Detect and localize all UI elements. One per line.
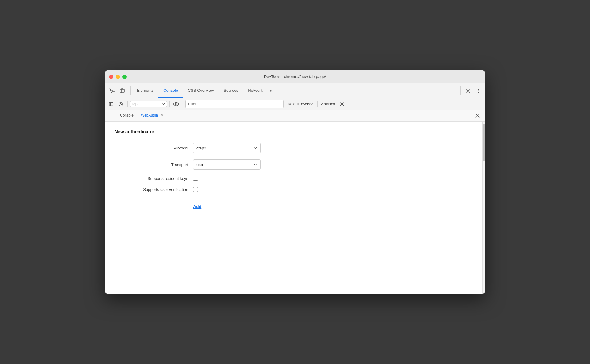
device-toggle-icon[interactable]	[118, 86, 127, 95]
hidden-count-badge: 2 hidden	[320, 101, 336, 107]
sub-tab-console[interactable]: Console	[116, 110, 137, 121]
protocol-select[interactable]: ctap2 u2f	[193, 143, 261, 153]
transport-label: Transport	[115, 162, 188, 167]
console-settings-icon[interactable]	[338, 100, 346, 108]
default-levels-button[interactable]: Default levels	[285, 101, 316, 107]
scroll-content: New authenticator Protocol ctap2 u2f	[105, 122, 482, 294]
levels-dropdown-icon	[310, 103, 313, 105]
inspect-icon[interactable]	[107, 86, 116, 95]
tab-css-overview[interactable]: CSS Overview	[183, 83, 219, 98]
window-title: DevTools - chrome://new-tab-page/	[264, 74, 326, 79]
filter-input[interactable]	[185, 100, 284, 108]
transport-select[interactable]: usb nfc ble internal	[193, 159, 261, 170]
sub-tab-right	[474, 112, 482, 120]
tabs-list: Elements Console CSS Overview Sources Ne…	[132, 83, 459, 98]
second-toolbar: top Default levels 2 hidd	[105, 98, 485, 110]
svg-point-5	[478, 92, 479, 93]
add-link[interactable]: Add	[193, 204, 201, 209]
close-x-icon	[475, 113, 480, 118]
toolbar-right	[460, 86, 483, 95]
svg-point-3	[478, 89, 479, 90]
svg-point-2	[467, 90, 469, 91]
add-container: Add	[115, 200, 472, 209]
scroll-wrapper: New authenticator Protocol ctap2 u2f	[105, 122, 485, 294]
transport-row: Transport usb nfc ble internal	[115, 159, 472, 170]
sub-tab-webauthn[interactable]: WebAuthn ×	[137, 110, 168, 121]
tab-elements[interactable]: Elements	[132, 83, 158, 98]
toolbar-divider-4	[317, 101, 318, 107]
content-area: ⋮ Console WebAuthn ×	[105, 110, 485, 294]
resident-keys-checkbox[interactable]	[193, 176, 198, 181]
sidebar-toggle-icon[interactable]	[107, 100, 115, 108]
toolbar-divider-3	[183, 101, 183, 107]
eye-icon[interactable]	[172, 100, 180, 108]
toolbar-divider-1	[127, 101, 128, 107]
protocol-row: Protocol ctap2 u2f	[115, 143, 472, 153]
title-bar: DevTools - chrome://new-tab-page/	[105, 70, 485, 83]
svg-point-4	[478, 90, 479, 91]
svg-rect-6	[109, 102, 113, 106]
resident-keys-label: Supports resident keys	[115, 176, 188, 181]
scrollbar-thumb[interactable]	[483, 124, 485, 161]
form-area: Protocol ctap2 u2f Transport usb	[115, 143, 472, 209]
sub-tab-bar: ⋮ Console WebAuthn ×	[105, 110, 485, 122]
tab-sources[interactable]: Sources	[219, 83, 243, 98]
svg-rect-0	[120, 89, 124, 92]
toolbar-divider-2	[169, 101, 170, 107]
minimize-button[interactable]	[116, 75, 120, 79]
user-verification-row: Supports user verification	[115, 187, 472, 192]
protocol-label: Protocol	[115, 146, 188, 150]
close-drawer-button[interactable]	[474, 112, 482, 120]
close-webauthn-tab-icon[interactable]: ×	[161, 113, 164, 118]
resident-keys-row: Supports resident keys	[115, 176, 472, 181]
webauthn-content: New authenticator Protocol ctap2 u2f	[105, 122, 482, 217]
svg-point-8	[175, 103, 177, 105]
more-tabs-button[interactable]: »	[268, 83, 275, 98]
devtools-body: Elements Console CSS Overview Sources Ne…	[105, 83, 485, 294]
top-toolbar: Elements Console CSS Overview Sources Ne…	[105, 83, 485, 98]
maximize-button[interactable]	[122, 75, 127, 79]
dropdown-arrow-icon	[162, 103, 165, 105]
toolbar-icons	[107, 86, 131, 95]
tab-network[interactable]: Network	[243, 83, 268, 98]
customize-icon[interactable]	[474, 86, 483, 95]
block-icon[interactable]	[117, 100, 125, 108]
section-title: New authenticator	[115, 129, 472, 134]
user-verification-checkbox[interactable]	[193, 187, 198, 192]
user-verification-label: Supports user verification	[115, 187, 188, 192]
scrollbar-track	[482, 122, 485, 294]
sub-tab-more-icon[interactable]: ⋮	[108, 112, 116, 120]
traffic-lights	[109, 75, 127, 79]
settings-icon[interactable]	[463, 86, 472, 95]
devtools-window: DevTools - chrome://new-tab-page/	[105, 70, 485, 294]
context-selector[interactable]: top	[130, 101, 167, 107]
tab-console[interactable]: Console	[158, 83, 183, 98]
close-button[interactable]	[109, 75, 113, 79]
svg-point-9	[341, 103, 343, 104]
